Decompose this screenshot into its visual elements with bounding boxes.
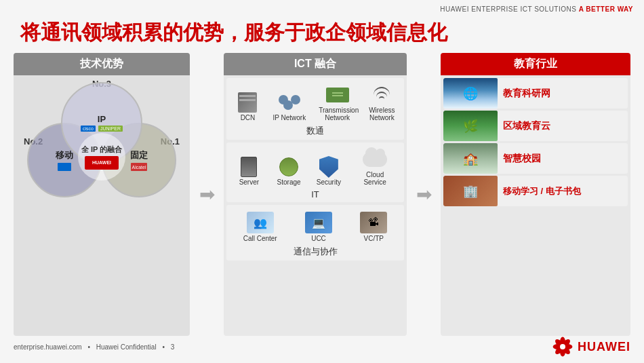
edu-label-campus: 智慧校园 — [503, 153, 541, 165]
server-shape — [241, 157, 257, 177]
footer-confidential: Huawei Confidential — [96, 343, 157, 351]
edu-item-research: 教育科研网 — [443, 78, 628, 109]
ict-item-server: Server — [237, 157, 261, 186]
arc3 — [374, 87, 390, 103]
svg-rect-0 — [329, 90, 346, 100]
footer: enterprise.huawei.com • Huawei Confident… — [14, 336, 630, 358]
edu-img-campus — [443, 143, 498, 174]
comm-icons-row: 👥 Call Center 💻 UCC 📽 VC/TP — [229, 209, 401, 244]
page-title: 将通讯领域积累的优势，服务于政企领域信息化 — [20, 19, 447, 47]
callcenter-icon: 👥 — [247, 212, 274, 233]
dcn-label: DCN — [241, 114, 256, 121]
wireless-icon — [369, 85, 394, 105]
content-area: 技术优势 No.3 No.2 No.1 IP cisco JUNIPER 移动 — [14, 53, 630, 336]
mobile-label: 移动 — [56, 149, 73, 161]
ipnet-icon — [277, 92, 302, 113]
edu-img-cloud-inner — [443, 111, 498, 141]
ict-item-cloudservice: Cloud Service — [357, 149, 394, 186]
ict-item-ucc: 💻 UCC — [305, 212, 332, 242]
transmission-icon — [325, 85, 350, 105]
col1-header: 技术优势 — [14, 53, 190, 75]
edu-body: 教育科研网 区域教育云 智慧校园 移动学习 / 电子 — [441, 75, 630, 336]
col-tech-advantage: 技术优势 No.3 No.2 No.1 IP cisco JUNIPER 移动 — [14, 53, 190, 336]
ipnet-shape — [279, 95, 300, 110]
ict-section-comm: 👥 Call Center 💻 UCC 📽 VC/TP 通信与协作 — [226, 205, 404, 261]
section-comm-title: 通信与协作 — [229, 246, 401, 258]
footer-dot2: • — [162, 343, 165, 351]
ucc-icon: 💻 — [305, 212, 332, 233]
edu-img-mobile — [443, 176, 498, 206]
transmission-shape — [326, 88, 349, 102]
fixed-label: 固定 — [130, 149, 148, 161]
dcn-icon — [235, 92, 260, 113]
edu-img-research — [443, 78, 498, 109]
ict-item-storage: Storage — [277, 157, 301, 186]
storage-icon — [277, 157, 301, 177]
ict-item-transmission: TransmissionNetwork — [319, 85, 356, 121]
data-icons-row: DCN IP Network — [229, 82, 401, 123]
header-tagline: A BETTER WAY — [579, 5, 633, 13]
edu-item-campus: 智慧校园 — [443, 143, 628, 174]
juniper-tag: JUNIPER — [98, 126, 123, 132]
vctp-label: VC/TP — [364, 235, 384, 242]
svg-point-11 — [560, 344, 565, 349]
ict-item-wireless: WirelessNetwork — [369, 85, 395, 121]
footer-right: HUAWEI — [552, 336, 630, 358]
transmission-svg — [328, 89, 347, 101]
server-label: Server — [239, 178, 259, 186]
edu-label-mobile: 移动学习 / 电子书包 — [503, 185, 581, 197]
wireless-shape — [372, 87, 391, 103]
edu-img-cloud — [443, 111, 498, 141]
header-brand: HUAWEI ENTERPRISE ICT SOLUTIONS A BETTER… — [440, 5, 633, 13]
server-icon — [237, 157, 261, 177]
section-data-title: 数通 — [229, 125, 401, 137]
edu-label-cloud: 区域教育云 — [503, 120, 550, 132]
brand-logos: cisco JUNIPER — [81, 126, 123, 132]
wireless-label: WirelessNetwork — [369, 107, 395, 121]
circles-container: No.3 No.2 No.1 IP cisco JUNIPER 移动 — [27, 82, 176, 231]
dcn-shape — [238, 92, 257, 113]
ict-item-security: Security — [317, 157, 341, 186]
footer-left: enterprise.huawei.com • Huawei Confident… — [14, 343, 174, 351]
ict-body: DCN IP Network — [224, 75, 407, 336]
col1-body: No.3 No.2 No.1 IP cisco JUNIPER 移动 — [14, 75, 190, 336]
footer-dot1: • — [87, 343, 90, 351]
col2-header: ICT 融合 — [224, 53, 407, 75]
storage-shape — [279, 157, 298, 176]
col-education: 教育行业 教育科研网 区域教育云 智慧校园 — [441, 53, 630, 336]
ucc-label: UCC — [311, 235, 326, 242]
callcenter-label: Call Center — [243, 235, 277, 242]
cisco-tag: cisco — [81, 126, 96, 132]
col3-header: 教育行业 — [441, 53, 630, 75]
arrow-2: ➡ — [414, 183, 434, 206]
footer-brand: HUAWEI — [578, 340, 630, 354]
huawei-logo: HUAWEI — [85, 156, 119, 170]
vctp-icon: 📽 — [360, 212, 387, 233]
edu-item-cloud: 区域教育云 — [443, 111, 628, 141]
ict-section-data: DCN IP Network — [226, 78, 404, 140]
ip-c3 — [283, 100, 293, 110]
footer-page: 3 — [171, 343, 175, 351]
edu-img-campus-inner — [443, 143, 498, 174]
storage-label: Storage — [277, 178, 301, 186]
transmission-label: TransmissionNetwork — [319, 107, 356, 121]
cloudservice-label: Cloud Service — [357, 171, 394, 186]
ict-item-callcenter: 👥 Call Center — [243, 212, 277, 242]
ict-item-ipnet: IP Network — [273, 92, 306, 121]
it-icons-row: Server Storage Security — [229, 147, 401, 187]
footer-website: enterprise.huawei.com — [14, 343, 82, 351]
huawei-flower-icon — [552, 336, 573, 358]
ict-item-vctp: 📽 VC/TP — [360, 212, 387, 242]
ict-item-dcn: DCN — [235, 92, 260, 121]
ict-section-it: Server Storage Security — [226, 142, 404, 202]
edu-label-research: 教育科研网 — [503, 88, 550, 100]
col-ict: ICT 融合 DCN — [224, 53, 407, 336]
ip-label: IP — [98, 114, 106, 124]
center-text: 全 IP 的融合 — [81, 145, 122, 155]
cloudservice-icon — [363, 149, 387, 170]
edu-img-research-inner — [443, 78, 498, 109]
arrow-1: ➡ — [197, 183, 217, 206]
edu-img-mobile-inner — [443, 176, 498, 206]
security-shape — [319, 156, 338, 178]
security-icon — [317, 157, 341, 177]
